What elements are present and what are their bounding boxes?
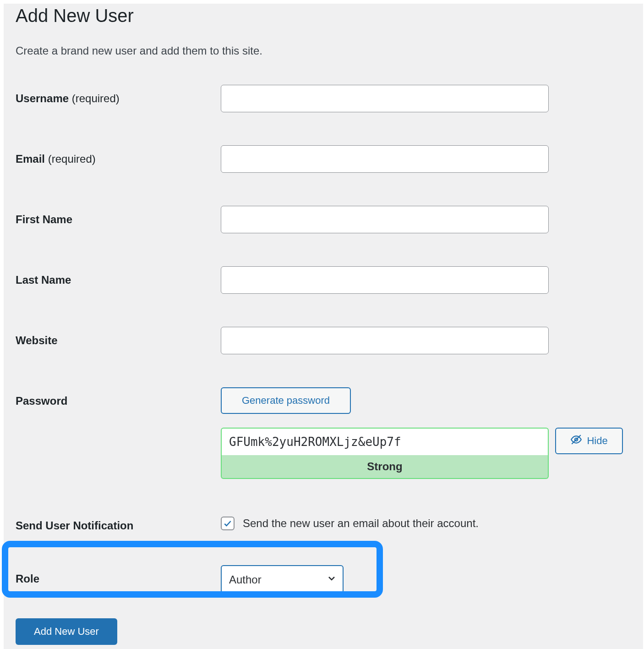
- notification-checkbox[interactable]: [221, 517, 235, 530]
- email-required: (required): [48, 153, 96, 165]
- notification-label: Send User Notification: [16, 512, 221, 532]
- check-icon: [223, 519, 232, 528]
- password-input[interactable]: [221, 428, 549, 455]
- website-label: Website: [16, 327, 221, 347]
- hide-button-label: Hide: [587, 435, 607, 447]
- password-label: Password: [16, 387, 221, 407]
- role-label: Role: [16, 565, 221, 585]
- firstname-input[interactable]: [221, 206, 549, 233]
- hide-password-button[interactable]: Hide: [555, 428, 623, 454]
- password-strength-badge: Strong: [221, 455, 549, 479]
- notification-text: Send the new user an email about their a…: [243, 517, 479, 530]
- email-label-text: Email: [16, 153, 48, 165]
- lastname-label: Last Name: [16, 266, 221, 286]
- page-description: Create a brand new user and add them to …: [16, 44, 631, 57]
- email-label: Email (required): [16, 145, 221, 165]
- add-new-user-button[interactable]: Add New User: [16, 618, 117, 645]
- username-input[interactable]: [221, 85, 549, 112]
- eye-slash-icon: [570, 434, 582, 448]
- page-title: Add New User: [16, 6, 631, 26]
- generate-password-button[interactable]: Generate password: [221, 387, 351, 414]
- username-required: (required): [72, 92, 120, 104]
- role-select[interactable]: Author: [221, 565, 344, 594]
- lastname-input[interactable]: [221, 266, 549, 294]
- add-user-panel: Add New User Create a brand new user and…: [4, 4, 643, 649]
- username-label-text: Username: [16, 92, 72, 104]
- username-label: Username (required): [16, 85, 221, 105]
- website-input[interactable]: [221, 327, 549, 354]
- email-input[interactable]: [221, 145, 549, 173]
- firstname-label: First Name: [16, 206, 221, 226]
